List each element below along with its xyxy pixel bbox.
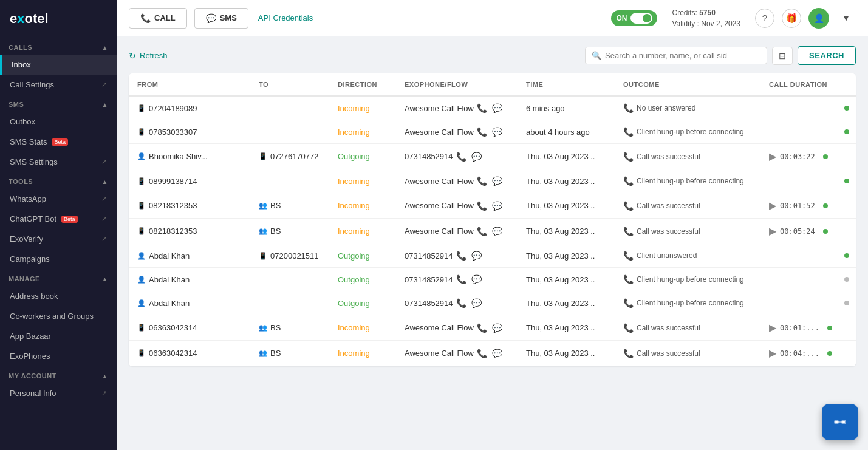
- chevron-down-icon[interactable]: ▾: [836, 9, 856, 28]
- status-toggle[interactable]: ON: [611, 10, 657, 26]
- sidebar-item-exoverify[interactable]: ExoVerify ↗: [0, 229, 117, 249]
- chat-icon-small[interactable]: 💬: [471, 152, 482, 162]
- gift-button[interactable]: 🎁: [782, 9, 801, 28]
- phone-icon: 📱: [137, 227, 146, 235]
- play-button[interactable]: ▶: [769, 322, 776, 333]
- call-icon-small[interactable]: 📞: [477, 323, 487, 333]
- sidebar-item-personal-info[interactable]: Personal Info ↗: [0, 383, 117, 403]
- search-button[interactable]: SEARCH: [798, 46, 856, 65]
- sidebar-item-sms-settings[interactable]: SMS Settings ↗: [0, 152, 117, 172]
- action-icons: 📞 💬: [456, 274, 482, 284]
- call-icon-small[interactable]: 📞: [477, 349, 487, 358]
- search-input[interactable]: [605, 51, 760, 60]
- chat-icon-small[interactable]: 💬: [492, 103, 502, 113]
- to-icon: 👥: [259, 349, 267, 357]
- call-icon-small[interactable]: 📞: [477, 127, 487, 137]
- phone-icon: 📱: [137, 104, 146, 112]
- play-button[interactable]: ▶: [769, 200, 776, 211]
- sidebar-item-app-bazaar[interactable]: App Bazaar: [0, 326, 117, 346]
- duration-wrap: ▶ 00:04:...: [769, 347, 819, 359]
- table-row[interactable]: 📱 06363042314 👥BS Incoming Awesome Call …: [129, 341, 856, 366]
- sidebar-item-inbox[interactable]: Inbox: [0, 55, 117, 75]
- call-button[interactable]: 📞 CALL: [129, 8, 187, 29]
- play-button[interactable]: ▶: [769, 151, 776, 162]
- chat-icon-small[interactable]: 💬: [471, 251, 482, 261]
- sidebar-item-outbox[interactable]: Outbox: [0, 112, 117, 132]
- cell-direction: Outgoing: [329, 145, 396, 168]
- table-row[interactable]: 📱 07853033307 Incoming Awesome Call Flow…: [129, 120, 856, 144]
- cell-to: 👥BS: [250, 342, 329, 364]
- table-row[interactable]: 📱 08218312353 👥BS Incoming Awesome Call …: [129, 193, 856, 219]
- action-icons: 📞 💬: [477, 227, 502, 236]
- call-icon-small[interactable]: 📞: [477, 227, 487, 236]
- table-row[interactable]: 👤 Abdal Khan Outgoing 07314852914 📞 💬 Th…: [129, 291, 856, 315]
- flow-value: Awesome Call Flow: [405, 227, 474, 236]
- col-outcome: OUTCOME: [615, 73, 760, 95]
- sidebar-item-call-settings[interactable]: Call Settings ↗: [0, 75, 117, 95]
- sms-button[interactable]: 💬 SMS: [194, 8, 248, 29]
- chat-icon-small[interactable]: 💬: [492, 176, 502, 186]
- cell-to: 📱07276170772: [250, 145, 329, 168]
- phone-icon: 📱: [137, 324, 146, 332]
- table-row[interactable]: 📱 08999138714 Incoming Awesome Call Flow…: [129, 169, 856, 193]
- cell-flow: 07314852914 📞 💬: [396, 291, 518, 315]
- table-row[interactable]: 👤 Abdal Khan 📱07200021511 Outgoing 07314…: [129, 244, 856, 268]
- time-value: Thu, 03 Aug 2023 ..: [526, 152, 595, 161]
- play-button[interactable]: ▶: [769, 225, 776, 237]
- api-credentials-link[interactable]: API Credentials: [258, 13, 313, 22]
- outcome-text: Client hung-up before connecting: [637, 275, 744, 284]
- chat-icon-small[interactable]: 💬: [492, 349, 502, 358]
- cell-duration: [760, 247, 856, 265]
- sidebar-item-campaigns[interactable]: Campaigns: [0, 249, 117, 269]
- chat-icon-small[interactable]: 💬: [492, 127, 502, 137]
- section-my-account[interactable]: MY ACCOUNT ▲: [0, 366, 117, 383]
- table-row[interactable]: 📱 07204189089 Incoming Awesome Call Flow…: [129, 97, 856, 120]
- call-icon-small[interactable]: 📞: [456, 274, 466, 284]
- table-row[interactable]: 👤 Abdal Khan Outgoing 07314852914 📞 💬 Th…: [129, 268, 856, 291]
- section-sms[interactable]: SMS ▲: [0, 95, 117, 112]
- avatar[interactable]: 👤: [808, 8, 829, 29]
- help-button[interactable]: ?: [755, 9, 774, 28]
- sms-icon: 💬: [206, 13, 216, 23]
- call-icon-small[interactable]: 📞: [456, 298, 466, 308]
- flow-value: Awesome Call Flow: [405, 104, 474, 113]
- direction-value: Incoming: [338, 104, 370, 113]
- call-icon-small[interactable]: 📞: [456, 251, 466, 261]
- cell-from: 📱 08218312353: [129, 220, 250, 242]
- outcome-wrap: 📞 No user answered: [623, 103, 695, 113]
- sidebar-item-whatsapp[interactable]: WhatsApp ↗: [0, 189, 117, 209]
- sidebar-item-chatgpt-bot[interactable]: ChatGPT Bot Beta ↗: [0, 209, 117, 229]
- table-row[interactable]: 👤 Bhoomika Shiv... 📱07276170772 Outgoing…: [129, 144, 856, 169]
- outcome-wrap: 📞 Call was successful: [623, 349, 700, 358]
- cell-time: 6 mins ago: [518, 97, 615, 120]
- action-icons: 📞 💬: [456, 152, 482, 162]
- play-button[interactable]: ▶: [769, 347, 776, 359]
- call-icon-small[interactable]: 📞: [477, 201, 487, 211]
- chat-icon-small[interactable]: 💬: [492, 323, 502, 333]
- section-tools[interactable]: TOOLS ▲: [0, 172, 117, 189]
- sidebar-item-sms-stats[interactable]: SMS Stats Beta: [0, 132, 117, 152]
- chat-icon-small[interactable]: 💬: [471, 274, 482, 284]
- call-icon-small[interactable]: 📞: [456, 152, 466, 162]
- outcome-icon: 📞: [623, 152, 634, 162]
- outcome-icon: 📞: [623, 227, 634, 236]
- table-row[interactable]: 📱 08218312353 👥BS Incoming Awesome Call …: [129, 219, 856, 244]
- chat-icon-small[interactable]: 💬: [492, 201, 502, 211]
- chat-icon-small[interactable]: 💬: [471, 298, 482, 308]
- outcome-text: Client unanswered: [637, 251, 697, 260]
- from-value: 07853033307: [149, 128, 197, 137]
- section-manage[interactable]: MANAGE ▲: [0, 269, 117, 286]
- table-row[interactable]: 📱 06363042314 👥BS Incoming Awesome Call …: [129, 315, 856, 341]
- duration-wrap: ▶ 00:05:24: [769, 225, 815, 237]
- chat-icon-small[interactable]: 💬: [492, 227, 502, 236]
- chat-widget[interactable]: [822, 404, 858, 440]
- call-icon-small[interactable]: 📞: [477, 103, 487, 113]
- filter-button[interactable]: ⊟: [772, 47, 793, 65]
- sidebar-item-exophones[interactable]: ExoPhones: [0, 346, 117, 366]
- sidebar-item-address-book[interactable]: Address book: [0, 286, 117, 306]
- sidebar-item-coworkers[interactable]: Co-workers and Groups: [0, 306, 117, 326]
- refresh-button[interactable]: ↻ Refresh: [129, 51, 168, 61]
- time-value: Thu, 03 Aug 2023 ..: [526, 201, 595, 210]
- section-calls[interactable]: CALLS ▲: [0, 38, 117, 55]
- call-icon-small[interactable]: 📞: [477, 176, 487, 186]
